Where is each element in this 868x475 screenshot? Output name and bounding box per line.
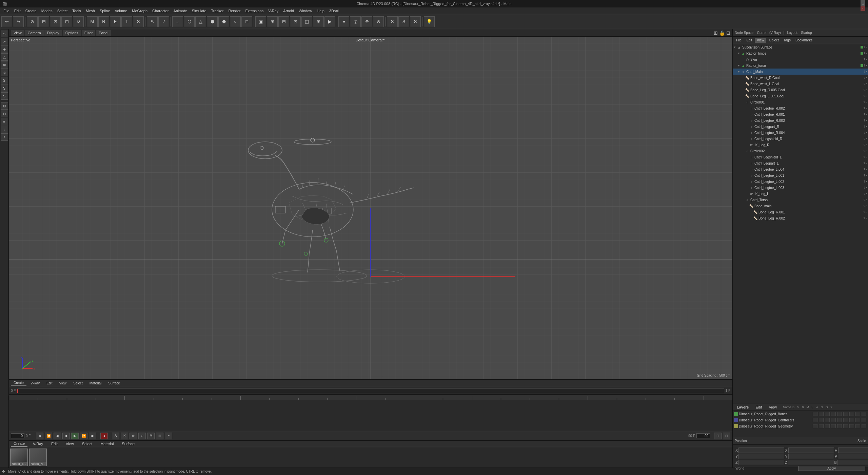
dot-x-12[interactable]: × bbox=[866, 119, 867, 122]
layer-row-0[interactable]: Dinosaur_Robot_Rigged_Bones bbox=[733, 411, 868, 417]
dot-vis-1[interactable] bbox=[861, 52, 863, 55]
dot-x-11[interactable]: × bbox=[866, 113, 867, 116]
material-thumb-1[interactable]: Robot_N... bbox=[29, 449, 47, 466]
tree-item-23[interactable]: ○Cntrl_Legtoe_L.003?× bbox=[733, 185, 868, 191]
y-scale-input[interactable] bbox=[788, 454, 834, 459]
dot-extra-27[interactable]: ? bbox=[864, 210, 865, 214]
layer-ctrl-1-6[interactable] bbox=[849, 418, 854, 422]
menu-item-render[interactable]: Render bbox=[226, 8, 242, 14]
timeline-scroll[interactable] bbox=[17, 388, 724, 393]
toolbar-btn-23[interactable]: ○ bbox=[230, 16, 241, 27]
toolbar-btn-30[interactable]: ◫ bbox=[301, 16, 312, 27]
menu-item-modes[interactable]: Modes bbox=[39, 8, 55, 14]
viewport-canvas[interactable]: Perspective Default Camera:** bbox=[9, 37, 732, 379]
dot-extra-28[interactable]: ? bbox=[864, 216, 865, 220]
menu-item-mograph[interactable]: MoGraph bbox=[130, 8, 150, 14]
layer-ctrl-0-2[interactable] bbox=[825, 412, 830, 416]
material-tab-vray[interactable]: V-Ray bbox=[30, 441, 46, 446]
toolbar-btn-15[interactable]: ↖ bbox=[147, 16, 158, 27]
material-tab-view[interactable]: View bbox=[63, 441, 77, 446]
menu-item-volume[interactable]: Volume bbox=[113, 8, 130, 14]
dot-x-17[interactable]: × bbox=[866, 149, 867, 153]
menu-item-animate[interactable]: Animate bbox=[171, 8, 189, 14]
step-back-button[interactable]: ⏪ bbox=[45, 433, 52, 439]
close-button[interactable]: × bbox=[861, 6, 865, 11]
material-thumb-0[interactable]: Robot_B... bbox=[10, 449, 28, 466]
dot-extra-1[interactable]: ? bbox=[864, 52, 865, 55]
layer-ctrl-2-6[interactable] bbox=[849, 424, 854, 428]
x-scale-input[interactable] bbox=[788, 448, 834, 453]
frame-input-start[interactable] bbox=[11, 433, 24, 438]
toolbar-btn-16[interactable]: ↗ bbox=[158, 16, 169, 27]
z-pos-input[interactable] bbox=[738, 460, 784, 465]
dot-x-1[interactable]: × bbox=[866, 52, 867, 55]
dot-extra-6[interactable]: ? bbox=[864, 82, 865, 86]
dot-x-4[interactable]: × bbox=[866, 70, 867, 73]
toolbar-btn-32[interactable]: ▶ bbox=[324, 16, 335, 27]
dot-extra-0[interactable]: ? bbox=[864, 45, 865, 49]
toolbar-btn-22[interactable]: ⬟ bbox=[218, 16, 229, 27]
dot-x-5[interactable]: × bbox=[866, 76, 867, 79]
snap-button[interactable]: ⊡ bbox=[714, 433, 722, 439]
dot-extra-23[interactable]: ? bbox=[864, 186, 865, 189]
toolbar-btn-43[interactable]: 💡 bbox=[424, 16, 435, 27]
dot-x-21[interactable]: × bbox=[866, 174, 867, 177]
key-all-button[interactable]: K bbox=[121, 433, 128, 439]
toolbar-btn-34[interactable]: ≡ bbox=[338, 16, 349, 27]
tree-item-20[interactable]: ○Cntrl_Legtoe_L.004?× bbox=[733, 166, 868, 172]
dot-x-27[interactable]: × bbox=[866, 210, 867, 214]
tree-item-28[interactable]: 🦴Bone_Leg_R.002?× bbox=[733, 215, 868, 221]
dot-extra-4[interactable]: ? bbox=[864, 70, 865, 73]
dot-x-19[interactable]: × bbox=[866, 162, 867, 165]
tree-item-3[interactable]: ▼▲Raptor_torso?× bbox=[733, 62, 868, 69]
b-input[interactable] bbox=[837, 460, 868, 465]
tree-item-11[interactable]: ○Cntrl_Legtoe_R.001?× bbox=[733, 111, 868, 117]
tree-item-0[interactable]: ▼▲Subdivision Surface?× bbox=[733, 44, 868, 50]
layer-row-1[interactable]: Dinosaur_Robot_Rigged_Controllers bbox=[733, 417, 868, 423]
layers-tab-layers[interactable]: Layers bbox=[735, 404, 751, 410]
tree-item-2[interactable]: ⬡Skin?× bbox=[733, 56, 868, 62]
tree-item-5[interactable]: 🦴Bone_wrist_R.Goal?× bbox=[733, 75, 868, 81]
viewport-tab-panel[interactable]: Panel bbox=[96, 30, 111, 36]
toolbar-btn-11[interactable]: E bbox=[110, 16, 121, 27]
object-panel-tab-edit[interactable]: Edit bbox=[744, 38, 754, 43]
tree-item-25[interactable]: ○Cntrl_Torso?× bbox=[733, 197, 868, 203]
left-btn-5[interactable]: ◎ bbox=[1, 69, 8, 76]
curve-button[interactable]: ~ bbox=[165, 433, 172, 439]
menu-item-help[interactable]: Help bbox=[315, 8, 327, 14]
step-forward-button[interactable]: ⏩ bbox=[80, 433, 87, 439]
left-btn-11[interactable]: ⊡ bbox=[1, 110, 8, 117]
toolbar-btn-19[interactable]: ⬡ bbox=[184, 16, 195, 27]
object-panel-tab-file[interactable]: File bbox=[734, 38, 744, 43]
menu-item-v-ray[interactable]: V-Ray bbox=[266, 8, 280, 14]
dot-extra-17[interactable]: ? bbox=[864, 149, 865, 153]
dot-extra-3[interactable]: ? bbox=[864, 64, 865, 67]
tree-item-1[interactable]: ▼▲Raptor_limbs?× bbox=[733, 50, 868, 56]
layer-ctrl-0-5[interactable] bbox=[843, 412, 848, 416]
play-back-button[interactable]: ◀ bbox=[54, 433, 61, 439]
tree-item-24[interactable]: ⟳IK_Leg_L?× bbox=[733, 191, 868, 197]
dot-vis-3[interactable] bbox=[861, 64, 863, 67]
dot-x-22[interactable]: × bbox=[866, 180, 867, 183]
tree-item-16[interactable]: ⟳IK_Leg_R?× bbox=[733, 142, 868, 148]
dot-extra-10[interactable]: ? bbox=[864, 107, 865, 110]
p-input[interactable] bbox=[838, 454, 868, 459]
motion2-button[interactable]: ⊞ bbox=[156, 433, 163, 439]
layer-ctrl-1-5[interactable] bbox=[843, 418, 848, 422]
toolbar-btn-37[interactable]: ⊙ bbox=[373, 16, 384, 27]
toolbar-btn-13[interactable]: S bbox=[133, 16, 144, 27]
dot-x-24[interactable]: × bbox=[866, 192, 867, 195]
menu-item-simulate[interactable]: Simulate bbox=[190, 8, 209, 14]
rp-header-item-4[interactable]: Startup bbox=[801, 31, 812, 35]
dot-extra-9[interactable]: ? bbox=[864, 100, 865, 104]
dot-x-20[interactable]: × bbox=[866, 168, 867, 171]
toolbar-btn-4[interactable]: ⊞ bbox=[38, 16, 49, 27]
dot-x-15[interactable]: × bbox=[866, 137, 867, 140]
layer-ctrl-2-0[interactable] bbox=[813, 424, 817, 428]
toolbar-btn-18[interactable]: ⊿ bbox=[172, 16, 183, 27]
toolbar-btn-3[interactable]: ⊙ bbox=[27, 16, 38, 27]
frame-input-end[interactable] bbox=[696, 433, 710, 438]
motion-button[interactable]: M bbox=[147, 433, 155, 439]
dot-x-7[interactable]: × bbox=[866, 88, 867, 92]
toolbar-btn-7[interactable]: ↺ bbox=[73, 16, 84, 27]
